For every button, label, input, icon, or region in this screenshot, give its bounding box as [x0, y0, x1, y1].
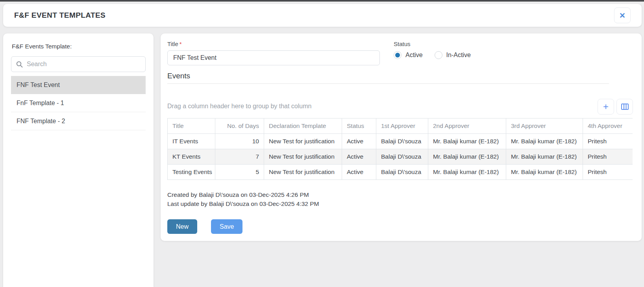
radio-unselected-icon	[435, 51, 442, 59]
template-search-box[interactable]	[11, 56, 146, 72]
cell-approver3: Mr. Balaji kumar (E-182)	[506, 149, 583, 165]
created-by-text: Created by Balaji D\'souza on 03-Dec-202…	[167, 190, 319, 199]
column-header-declaration[interactable]: Declaration Template	[264, 119, 342, 134]
status-option-inactive[interactable]: In-Active	[435, 51, 471, 59]
cell-approver1: Balaji D\'souza	[376, 165, 428, 180]
cell-approver1: Balaji D\'souza	[376, 149, 428, 165]
column-header-status[interactable]: Status	[342, 119, 376, 134]
cell-declaration: New Test for justification	[264, 134, 342, 149]
title-field-label: Title*	[167, 41, 182, 47]
status-field-label: Status	[394, 41, 411, 47]
status-option-label: Active	[405, 52, 423, 59]
add-row-button[interactable]: +	[598, 99, 614, 115]
close-icon: ✕	[619, 11, 625, 20]
action-buttons: New Save	[167, 219, 242, 234]
group-panel-hint: Drag a column header here to group by th…	[167, 99, 311, 114]
grid-header-row: Title No. of Days Declaration Template S…	[168, 119, 633, 134]
close-button[interactable]: ✕	[614, 7, 631, 23]
audit-info: Created by Balaji D\'souza on 03-Dec-202…	[167, 190, 319, 208]
column-header-approver2[interactable]: 2nd Approver	[428, 119, 506, 134]
events-grid: Title No. of Days Declaration Template S…	[167, 118, 633, 181]
events-section-heading: Events	[167, 72, 190, 80]
cell-approver2: Mr. Balaji kumar (E-182)	[428, 165, 506, 180]
template-item-label: FNF Test Event	[17, 81, 60, 89]
new-button[interactable]: New	[167, 219, 197, 234]
header-bar: F&F EVENT TEMPLATES ✕	[3, 4, 642, 27]
search-icon	[16, 61, 23, 68]
cell-declaration: New Test for justification	[264, 165, 342, 180]
column-chooser-button[interactable]	[616, 99, 633, 115]
template-list-item[interactable]: FNF Template - 2	[11, 112, 146, 130]
window-top-strip	[0, 0, 644, 2]
grid-row[interactable]: IT Events 10 New Test for justification …	[168, 134, 633, 149]
cell-days: 10	[215, 134, 264, 149]
template-item-label: FNF Template - 2	[17, 118, 65, 125]
template-list: FNF Test Event FnF Template - 1 FNF Temp…	[11, 76, 146, 130]
status-option-label: In-Active	[446, 52, 471, 59]
radio-selected-icon	[394, 51, 402, 59]
cell-declaration: New Test for justification	[264, 149, 342, 165]
cell-status: Active	[342, 134, 376, 149]
template-list-item[interactable]: FnF Template - 1	[11, 94, 146, 112]
column-header-title[interactable]: Title	[168, 119, 215, 134]
page-title: F&F EVENT TEMPLATES	[14, 4, 105, 27]
last-update-text: Last update by Balaji D\'souza on 03-Dec…	[167, 199, 319, 208]
grid-row[interactable]: Testing Events 5 New Test for justificat…	[168, 165, 633, 180]
template-detail-panel: Title* Status Active In-Active Events Dr…	[161, 33, 642, 241]
save-button[interactable]: Save	[211, 219, 242, 234]
column-header-approver1[interactable]: 1st Approver	[376, 119, 428, 134]
status-option-active[interactable]: Active	[394, 51, 423, 59]
cell-approver3: Mr. Balaji kumar (E-182)	[506, 134, 583, 149]
title-input[interactable]	[167, 50, 380, 65]
cell-title: KT Events	[168, 149, 215, 165]
template-list-item[interactable]: FNF Test Event	[11, 76, 146, 94]
events-divider	[167, 83, 609, 84]
template-list-label: F&F Events Template:	[12, 43, 146, 50]
cell-approver4: Pritesh	[583, 149, 633, 165]
cell-approver1: Balaji D\'souza	[376, 134, 428, 149]
plus-icon: +	[603, 101, 609, 112]
template-list-panel: F&F Events Template: FNF Test Event FnF …	[3, 33, 154, 287]
cell-approver4: Pritesh	[583, 134, 633, 149]
cell-approver4: Pritesh	[583, 165, 633, 180]
cell-days: 5	[215, 165, 264, 180]
template-search-input[interactable]	[27, 61, 141, 68]
cell-approver2: Mr. Balaji kumar (E-182)	[428, 134, 506, 149]
grid-row[interactable]: KT Events 7 New Test for justification A…	[168, 149, 633, 165]
cell-status: Active	[342, 149, 376, 165]
cell-approver3: Mr. Balaji kumar (E-182)	[506, 165, 583, 180]
column-header-approver4[interactable]: 4th Approver	[583, 119, 633, 134]
required-asterisk: *	[180, 41, 182, 47]
cell-approver2: Mr. Balaji kumar (E-182)	[428, 149, 506, 165]
cell-title: IT Events	[168, 134, 215, 149]
column-header-days[interactable]: No. of Days	[215, 119, 264, 134]
cell-days: 7	[215, 149, 264, 165]
template-item-label: FnF Template - 1	[17, 100, 64, 107]
cell-title: Testing Events	[168, 165, 215, 180]
column-header-approver3[interactable]: 3rd Approver	[506, 119, 583, 134]
columns-icon	[621, 104, 629, 110]
status-radio-group: Active In-Active	[394, 51, 471, 59]
cell-status: Active	[342, 165, 376, 180]
